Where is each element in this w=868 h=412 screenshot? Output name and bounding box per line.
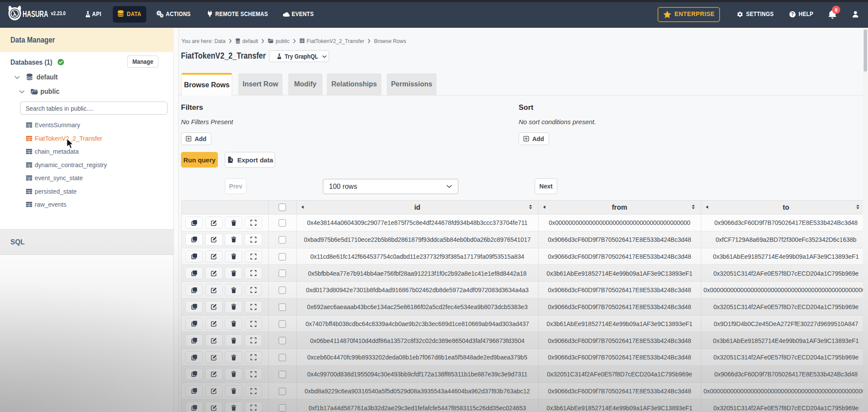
svg-text:?: ? xyxy=(791,11,794,16)
